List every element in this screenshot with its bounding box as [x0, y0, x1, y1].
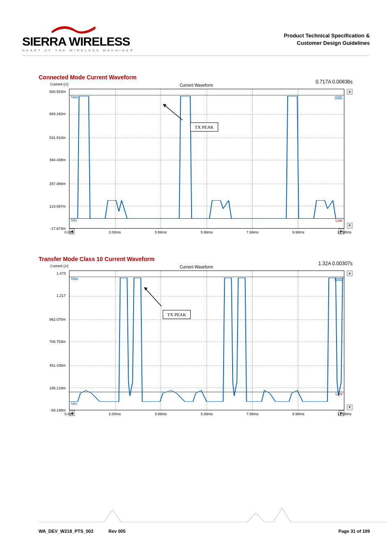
footer-wave-icon: [39, 506, 386, 530]
header-right: Product Technical Specification & Custom…: [284, 25, 370, 46]
header: SIERRA WIRELESS HEART OF THE WIRELESS MA…: [22, 25, 370, 56]
xtick: 11.98ms: [337, 230, 352, 234]
ytick: 119.697m: [40, 204, 66, 208]
chart1-arrow-icon: [160, 102, 184, 122]
chart2-x-ticks: 0.00s 2.00ms 3.99ms 5.99ms 7.99ms 9.98ms…: [69, 412, 344, 418]
chart2-annotation: TX PEAK: [163, 310, 191, 319]
logo-block: SIERRA WIRELESS HEART OF THE WIRELESS MA…: [22, 25, 145, 52]
footer-rev: Rev 005: [108, 529, 126, 534]
ytick: 531.810m: [40, 136, 66, 140]
xtick: 3.99ms: [154, 412, 167, 416]
chart2-measurement: 1.32A 0.00307s: [318, 261, 353, 266]
chart2-y-axis-label: Current (A): [50, 264, 69, 268]
ytick: 800.553m: [40, 90, 66, 94]
svg-marker-1: [163, 104, 166, 107]
chart1-y-ticks: 800.553m 669.182m 531.810m 394.438m 257.…: [40, 89, 67, 229]
xtick: 7.99ms: [246, 412, 258, 416]
xtick: 11.98ms: [337, 412, 352, 416]
ytick: 1.217: [40, 294, 66, 298]
chart2-plot-area: Max High Min Low TX PEAK: [69, 271, 344, 410]
chart2-y-ticks: 1.473 1.217 962.070m 706.753m 451.435m 1…: [40, 271, 67, 410]
chart1-scroll-v[interactable]: ▲ ▼: [347, 89, 353, 229]
xtick: 0.00s: [65, 412, 74, 416]
ytick: -17.674m: [40, 227, 66, 231]
chart1-measurement: 0.717A 0.00836s: [316, 79, 353, 85]
scroll-down-icon[interactable]: ▼: [347, 405, 353, 410]
logo-brand-text: SIERRA WIRELESS: [22, 35, 145, 48]
chart1: 0.717A 0.00836s Current (A) Current Wave…: [40, 83, 353, 239]
scroll-down-icon[interactable]: ▼: [347, 223, 353, 229]
chart1-plot-area: Max High Min Low TX PEAK: [69, 89, 344, 229]
xtick: 2.00ms: [108, 412, 121, 416]
header-right-line2: Customer Design Guidelines: [284, 39, 370, 47]
xtick: 7.99ms: [246, 230, 258, 234]
ytick: 451.435m: [40, 363, 66, 368]
chart2-scroll-v[interactable]: ▲ ▼: [347, 271, 353, 410]
ytick: 394.438m: [40, 158, 66, 162]
xtick: 9.98ms: [292, 230, 304, 234]
ytick: 706.753m: [40, 340, 66, 344]
ytick: 257.066m: [40, 182, 66, 186]
ytick: 1.473: [40, 271, 66, 275]
chart1-annotation: TX PEAK: [190, 123, 218, 132]
chart1-waveform: [69, 89, 344, 228]
ytick: 196.119m: [40, 386, 66, 390]
footer-page: Page 31 of 109: [339, 529, 370, 534]
xtick: 3.99ms: [154, 230, 167, 234]
chart1-y-axis-label: Current (A): [50, 82, 69, 86]
xtick: 5.99ms: [201, 412, 213, 416]
xtick: 0.00s: [65, 230, 74, 234]
svg-line-2: [144, 287, 161, 306]
footer: WA_DEV_W218_PTS_002 Rev 005 Page 31 of 1…: [22, 514, 370, 539]
chart2: 1.32A 0.00307s Current (A) Current Wavef…: [40, 265, 353, 421]
chart1-title: Current Waveform: [180, 83, 213, 88]
chart2-waveform: [69, 271, 344, 410]
ytick: 962.070m: [40, 317, 66, 321]
xtick: 2.00ms: [108, 230, 121, 234]
chart2-arrow-icon: [141, 285, 166, 310]
ytick: -59.198m: [40, 408, 66, 412]
logo-swoosh-icon: [51, 25, 96, 34]
chart1-x-ticks: 0.00s 2.00ms 3.99ms 5.99ms 7.99ms 9.98ms…: [69, 230, 344, 236]
scroll-up-icon[interactable]: ▲: [347, 271, 353, 276]
svg-line-0: [163, 104, 182, 120]
scroll-up-icon[interactable]: ▲: [347, 89, 353, 95]
header-right-line1: Product Technical Specification &: [284, 32, 370, 39]
footer-doc: WA_DEV_W218_PTS_002: [39, 529, 93, 534]
xtick: 5.99ms: [201, 230, 213, 234]
chart2-title: Current Waveform: [180, 265, 213, 269]
logo-tagline: HEART OF THE WIRELESS MACHINE®: [22, 49, 145, 52]
xtick: 9.98ms: [292, 412, 304, 416]
ytick: 669.182m: [40, 112, 66, 116]
